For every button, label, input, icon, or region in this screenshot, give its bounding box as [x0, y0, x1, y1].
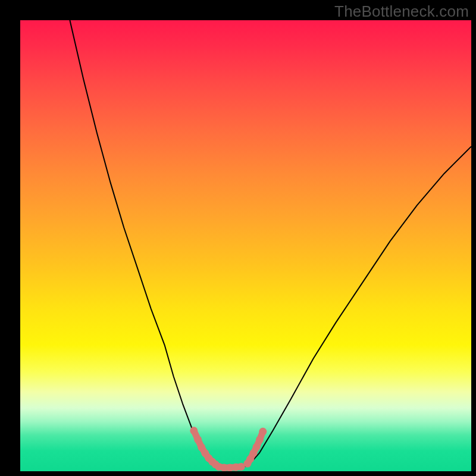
marker-dot	[190, 427, 198, 434]
marker-dot	[253, 443, 261, 451]
chart-svg	[20, 20, 471, 471]
line-layer	[70, 20, 471, 468]
marker-dot	[194, 436, 202, 443]
marker-dot	[256, 436, 264, 443]
marker-layer	[190, 427, 267, 471]
chart-frame: TheBottleneck.com	[0, 0, 476, 476]
plot-area	[20, 20, 471, 471]
bottleneck-curve	[70, 20, 471, 468]
marker-dot	[259, 428, 267, 436]
watermark-text: TheBottleneck.com	[334, 2, 469, 21]
